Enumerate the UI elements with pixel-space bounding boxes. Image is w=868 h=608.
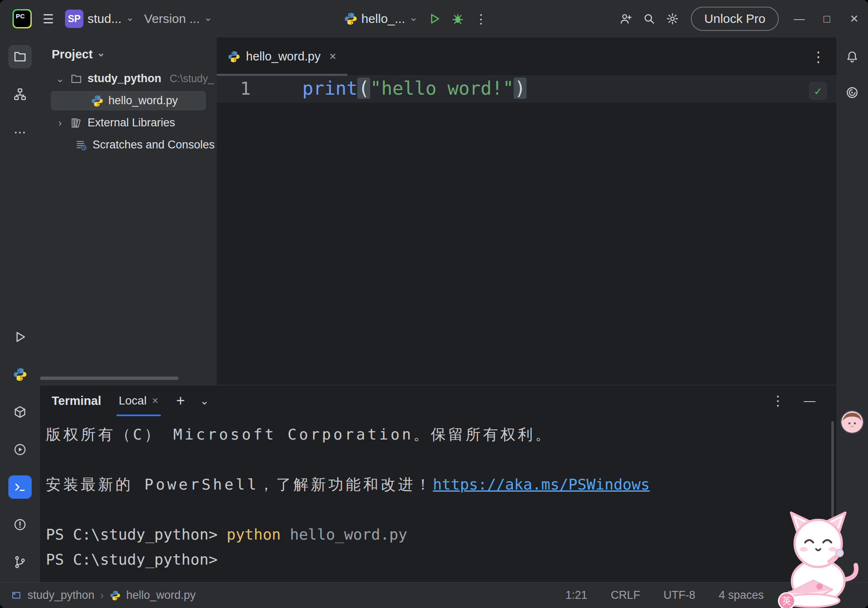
code-editor[interactable]: 1 print("hello word!") ✓ (217, 76, 836, 385)
editor-area: hello_word.py ✕ ⋮ 1 print("hello word!")… (217, 38, 836, 385)
unlock-pro-button[interactable]: Unlock Pro (691, 7, 779, 31)
minimize-button[interactable]: — (785, 0, 813, 38)
services-tool-button[interactable] (8, 438, 32, 461)
editor-tab-hello-word[interactable]: hello_word.py ✕ (217, 38, 347, 75)
python-icon (228, 50, 240, 63)
debug-button[interactable] (446, 7, 469, 30)
terminal-tool-button[interactable] (8, 475, 32, 499)
terminal-line-copyright: 版权所有（C） Microsoft Corporation。保留所有权利。 (46, 422, 836, 447)
terminal-header: Terminal Local ✕ + ⌄ ⋮ — (40, 385, 836, 416)
encoding-widget[interactable]: UTF-8 (663, 589, 695, 602)
more-actions-button[interactable]: ⋮ (469, 7, 493, 30)
avatar-image (841, 411, 863, 433)
python-console-button[interactable] (8, 363, 32, 386)
tab-close-icon[interactable]: ✕ (329, 51, 336, 62)
line-ending-widget[interactable]: CRLF (611, 589, 640, 602)
app-logo: PC (13, 9, 32, 28)
external-libraries-icon (70, 117, 83, 129)
vcs-menu-label: Version ... (144, 12, 200, 26)
bell-icon (845, 50, 859, 64)
run-button[interactable] (423, 7, 446, 30)
run-configuration-widget[interactable]: hello_... ⌄ (344, 12, 418, 26)
indent-widget[interactable]: 4 spaces (719, 589, 764, 602)
ai-assistant-button[interactable] (840, 81, 864, 104)
pycharm-logo-icon: PC (13, 9, 32, 28)
interpreter-widget[interactable]: Pyth (787, 589, 810, 602)
project-panel-header[interactable]: Project ⌄ (40, 41, 217, 68)
powershell-link[interactable]: https://aka.ms/PSWindows (433, 476, 650, 493)
folder-icon (13, 50, 27, 64)
editor-tab-bar: hello_word.py ✕ ⋮ (217, 38, 836, 76)
new-terminal-icon[interactable]: + (176, 392, 185, 410)
run-config-label: hello_... (361, 12, 405, 26)
code-keyword: print (302, 78, 357, 99)
tree-row-scratches[interactable]: Scratches and Consoles (40, 134, 217, 156)
status-bar: study_python › hello_word.py 1:21 CRLF U… (0, 582, 868, 608)
git-branch-icon (13, 555, 27, 569)
terminal-dropdown-icon[interactable]: ⌄ (200, 394, 209, 407)
terminal-tab-local[interactable]: Local ✕ (116, 385, 161, 416)
project-widget-icon (11, 590, 22, 601)
caret-position-widget[interactable]: 1:21 (565, 589, 587, 602)
code-with-me-button[interactable] (614, 7, 637, 30)
chevron-down-icon: ⌄ (204, 13, 212, 23)
problems-icon (13, 518, 27, 532)
project-tool-button[interactable] (8, 45, 32, 68)
notifications-button[interactable] (840, 45, 864, 68)
version-control-button[interactable] (8, 550, 32, 574)
python-packages-button[interactable] (8, 400, 32, 424)
right-tool-strip (836, 38, 868, 582)
settings-button[interactable] (661, 7, 684, 30)
terminal-scrollbar[interactable] (831, 421, 834, 575)
structure-icon (13, 87, 27, 101)
project-menu-label: stud... (88, 12, 122, 26)
code-string: "hello word!" (370, 78, 514, 99)
problems-tool-button[interactable] (8, 513, 32, 536)
terminal-line-command: PS C:\study_python> python hello_word.py (46, 522, 836, 547)
user-avatar[interactable] (840, 410, 864, 434)
search-everywhere-button[interactable] (637, 7, 661, 30)
terminal-command: python (226, 526, 281, 543)
editor-more-icon[interactable]: ⋮ (811, 48, 825, 65)
breadcrumb-file[interactable]: hello_word.py (126, 589, 196, 602)
terminal-command-arg: hello_word.py (281, 526, 407, 543)
more-tool-windows-button[interactable]: ⋯ (8, 120, 32, 143)
project-horizontal-scrollbar[interactable] (40, 377, 178, 380)
breadcrumb-root[interactable]: study_python (28, 589, 95, 602)
terminal-icon (13, 480, 27, 494)
pycharm-window: PC ☰ SP stud... ⌄ Version ... ⌄ hello_..… (0, 0, 868, 608)
run-icon (428, 12, 441, 25)
tree-row-external-libraries[interactable]: › External Libraries (40, 112, 217, 134)
terminal-output[interactable]: 版权所有（C） Microsoft Corporation。保留所有权利。 安装… (40, 416, 836, 582)
run-tool-button[interactable] (8, 325, 32, 349)
project-widget[interactable]: SP stud... ⌄ (65, 10, 134, 28)
tree-collapsed-icon[interactable]: › (55, 117, 65, 129)
terminal-minimize-icon[interactable]: — (804, 394, 815, 407)
terminal-line-blank (46, 447, 836, 472)
tree-row-root[interactable]: ⌄ study_python C:\study_ (40, 68, 217, 90)
line-number: 1 (240, 78, 251, 99)
main-menu-button[interactable]: ☰ (37, 7, 60, 30)
pycharm-logo-text: PC (14, 10, 30, 27)
folder-icon (70, 73, 83, 85)
more-horizontal-icon: ⋯ (14, 125, 26, 139)
close-button[interactable]: ✕ (840, 0, 868, 38)
services-icon (13, 442, 27, 457)
terminal-update-text: 安装最新的 PowerShell，了解新功能和改进！ (46, 476, 433, 493)
gear-icon (666, 12, 679, 25)
search-icon (642, 12, 656, 25)
tree-expanded-icon[interactable]: ⌄ (55, 73, 65, 85)
maximize-button[interactable]: □ (813, 0, 840, 38)
terminal-more-icon[interactable]: ⋮ (771, 393, 785, 409)
terminal-tab-label: Local (119, 394, 147, 407)
debug-bug-icon (451, 12, 464, 25)
left-tool-strip: ⋯ (0, 38, 40, 582)
terminal-tab-close-icon[interactable]: ✕ (152, 396, 159, 406)
structure-tool-button[interactable] (8, 83, 32, 106)
terminal-title: Terminal (52, 394, 101, 408)
vcs-widget[interactable]: Version ... ⌄ (144, 12, 213, 26)
tree-row-file-selected[interactable]: hello_word.py (40, 90, 217, 112)
editor-tab-title: hello_word.py (246, 50, 321, 63)
inspections-ok-icon[interactable]: ✓ (809, 82, 827, 100)
external-libraries-label: External Libraries (88, 116, 175, 129)
